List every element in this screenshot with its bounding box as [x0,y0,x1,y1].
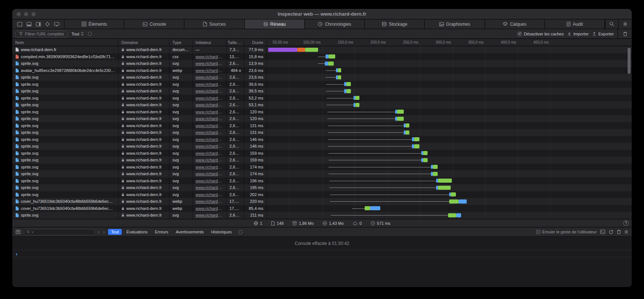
disable-caches-checkbox[interactable]: ✓ Désactiver les caches [517,32,564,36]
initiator-link[interactable]: www.richard-d… [196,165,223,169]
resource-type: svg [172,137,179,142]
dock-bottom-icon[interactable] [26,22,32,26]
column-header-size[interactable]: Taille… [226,39,244,46]
initiator-link[interactable]: www.richard-d… [196,110,223,114]
tab-sources[interactable]: Sources [184,19,244,29]
initiator-link[interactable]: www.richard-d… [196,82,223,86]
column-header-type[interactable]: Type [169,39,193,46]
web-inspector-window: Inspecteur web — www.richard-dern.fr Élé… [12,9,632,287]
console-prompt[interactable]: › [12,250,632,257]
initiator-link[interactable]: www.richard-d… [196,213,223,217]
initiator-link[interactable]: www.richard-d… [196,123,223,128]
initiator-link[interactable]: www.richard-d… [196,130,223,135]
console-tab-avertissements[interactable]: Avertissements [173,229,207,235]
element-picker-icon[interactable] [45,22,50,26]
emulate-user-gesture-checkbox[interactable]: ✓ Émuler le geste de l'utilisateur [536,230,597,234]
expand-console-icon[interactable] [624,230,628,234]
type-cell: svg [169,177,193,185]
globe-icon [254,221,258,226]
tab-layers[interactable]: Calques [485,19,545,29]
console-filter-scope-icon[interactable] [16,230,20,234]
help-button[interactable]: ? [623,220,629,226]
console-cleared-message: Console effacée à 01:30:42 [12,237,632,250]
console-activity-filter-icon[interactable] [238,230,243,235]
resource-name: sprite.svg [21,192,38,197]
scrollbar-thumb[interactable] [628,48,631,74]
dock-right-icon[interactable] [36,22,41,26]
tab-storage[interactable]: Stockage [365,19,425,29]
clear-network-items-button[interactable] [622,32,629,36]
initiator-link[interactable]: www.richard-d… [196,151,223,155]
settings-button[interactable] [618,19,632,29]
lock-icon [121,62,124,65]
device-icon[interactable] [17,22,22,26]
timeline-tick-label: 350,0 ms [456,39,483,46]
minimize-button[interactable] [24,12,28,16]
initiator-link[interactable]: www.richard-d… [196,199,223,204]
import-button[interactable]: Importer [567,32,589,36]
column-header-name[interactable]: Nom [12,39,118,46]
previous-result-button[interactable]: ‹ [98,229,100,235]
initiator-link[interactable]: www.richard-d… [196,137,223,142]
size-cell: 2,63 … [226,129,244,136]
initiator-link[interactable]: www.richard-d… [196,116,223,121]
domain-name: www.richard-dern.fr [126,158,162,162]
tab-console[interactable]: Console [124,19,184,29]
page-icon [271,221,275,226]
initiator-link[interactable]: www.richard-d… [196,75,223,79]
tab-elements[interactable]: Éléments [64,19,124,29]
tab-audit[interactable]: Audit [545,19,605,29]
reload-icon[interactable] [609,230,613,235]
column-header-duration[interactable]: Durée [244,39,267,46]
duration-cell: 23,6 ms [244,67,267,74]
resource-scope-dropdown[interactable]: Tout [72,32,84,36]
zoom-button[interactable] [31,12,36,16]
initiator-link[interactable]: www.richard-d… [196,185,223,190]
initiator-link[interactable]: www.richard-d… [196,158,223,162]
next-result-button[interactable]: › [103,229,105,235]
search-button[interactable] [605,19,618,29]
activity-filter-icon[interactable] [88,31,92,36]
domain-name: www.richard-dern.fr [126,68,162,73]
resource-name: sprite.svg [21,82,38,86]
tab-timelines[interactable]: Chronologies [305,19,365,29]
console-tab-tout[interactable]: Tout [108,229,122,235]
column-header-initiator[interactable]: Initiateur [193,39,226,46]
domain-cell: www.richard-dern.fr [118,115,169,122]
url-filter-field[interactable]: Filtrer l'URL complète [15,31,68,37]
console-tab-evaluations[interactable]: Évaluations [123,229,150,235]
console-tab-historiques[interactable]: Historiques [208,229,235,235]
resource-size: 2,63 … [229,75,241,79]
initiator-link[interactable]: www.richard-d… [196,103,223,107]
initiator-link[interactable]: www.richard-d… [196,96,223,100]
initiator-link[interactable]: www.richard-d… [196,171,223,176]
console-search-field[interactable] [24,229,95,235]
initiator-link[interactable]: www.richard-d… [196,54,223,59]
console-drawer-icon[interactable] [600,230,605,234]
initiator-link[interactable]: www.richard-d… [196,179,223,183]
waterfall-cell [267,115,632,122]
export-button[interactable]: Exporter [592,32,614,36]
console-tab-erreurs[interactable]: Erreurs [152,229,171,235]
close-button[interactable] [16,12,21,16]
column-header-domain[interactable]: Domaine [118,39,169,46]
clear-console-button[interactable] [617,230,621,234]
name-cell: sprite.svg [12,95,118,102]
initiator-link[interactable]: www.richard-d… [196,144,223,148]
type-cell: webp [169,205,193,212]
initiator-link[interactable]: www.richard-d… [196,206,223,211]
tab-graphics[interactable]: Graphismes [425,19,485,29]
tab-network[interactable]: Réseau [245,19,305,29]
lock-icon [121,117,124,120]
name-cell: cover_hu736519dc3b5040cfa48b6b559b6de6ec… [12,205,118,212]
duration-cell: 220 ms [244,198,267,205]
initiator-link[interactable]: www.richard-d… [196,89,223,93]
duration-cell: 146 ms [244,143,267,150]
initiator-link[interactable]: www.richard-d… [196,68,223,73]
size-cell: 2,63 … [226,164,244,171]
resource-name: sprite.svg [21,213,38,217]
initiator-link[interactable]: www.richard-d… [196,192,223,197]
display-icon[interactable] [54,22,59,26]
initiator-link[interactable]: www.richard-d… [196,61,223,66]
waterfall-segment [344,82,346,86]
